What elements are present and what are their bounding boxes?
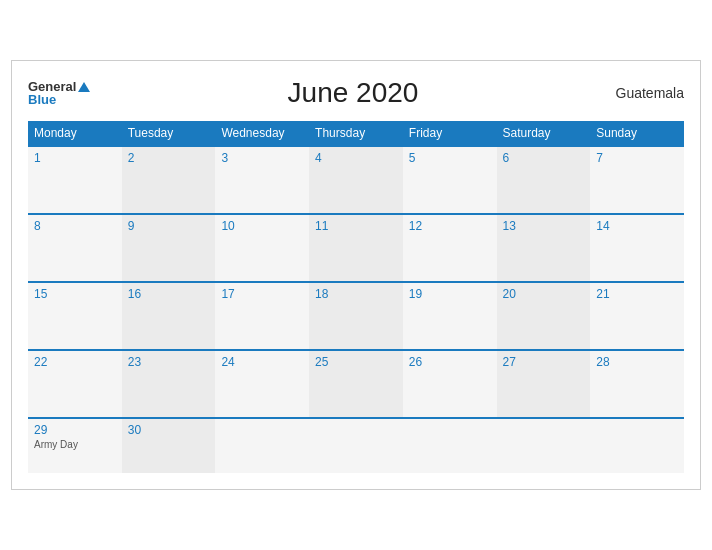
day-number: 20 xyxy=(503,287,585,301)
day-number: 15 xyxy=(34,287,116,301)
calendar-day-cell: 19 xyxy=(403,282,497,350)
calendar-day-cell: 26 xyxy=(403,350,497,418)
day-number: 1 xyxy=(34,151,116,165)
week-row-3: 15161718192021 xyxy=(28,282,684,350)
calendar-day-cell: 22 xyxy=(28,350,122,418)
calendar-day-cell: 29Army Day xyxy=(28,418,122,473)
calendar-day-cell xyxy=(215,418,309,473)
calendar-day-cell: 23 xyxy=(122,350,216,418)
calendar-day-cell xyxy=(309,418,403,473)
calendar-day-cell xyxy=(590,418,684,473)
header-saturday: Saturday xyxy=(497,121,591,146)
header-thursday: Thursday xyxy=(309,121,403,146)
calendar-day-cell: 5 xyxy=(403,146,497,214)
day-number: 19 xyxy=(409,287,491,301)
day-number: 21 xyxy=(596,287,678,301)
calendar-day-cell: 13 xyxy=(497,214,591,282)
day-number: 28 xyxy=(596,355,678,369)
calendar-day-cell: 27 xyxy=(497,350,591,418)
calendar-day-cell xyxy=(403,418,497,473)
calendar-day-cell: 3 xyxy=(215,146,309,214)
day-number: 16 xyxy=(128,287,210,301)
day-number: 8 xyxy=(34,219,116,233)
day-number: 22 xyxy=(34,355,116,369)
logo: General Blue xyxy=(28,80,90,106)
week-row-4: 22232425262728 xyxy=(28,350,684,418)
weekday-header-row: Monday Tuesday Wednesday Thursday Friday… xyxy=(28,121,684,146)
calendar-day-cell: 10 xyxy=(215,214,309,282)
header-monday: Monday xyxy=(28,121,122,146)
day-number: 30 xyxy=(128,423,210,437)
day-number: 2 xyxy=(128,151,210,165)
calendar-day-cell: 28 xyxy=(590,350,684,418)
week-row-2: 891011121314 xyxy=(28,214,684,282)
header-tuesday: Tuesday xyxy=(122,121,216,146)
calendar-grid: Monday Tuesday Wednesday Thursday Friday… xyxy=(28,121,684,473)
week-row-1: 1234567 xyxy=(28,146,684,214)
week-row-5: 29Army Day30 xyxy=(28,418,684,473)
header-wednesday: Wednesday xyxy=(215,121,309,146)
calendar-day-cell: 25 xyxy=(309,350,403,418)
day-number: 6 xyxy=(503,151,585,165)
country-name: Guatemala xyxy=(616,85,684,101)
day-number: 11 xyxy=(315,219,397,233)
day-number: 26 xyxy=(409,355,491,369)
calendar-day-cell xyxy=(497,418,591,473)
calendar-day-cell: 8 xyxy=(28,214,122,282)
calendar-day-cell: 17 xyxy=(215,282,309,350)
day-number: 14 xyxy=(596,219,678,233)
calendar-day-cell: 18 xyxy=(309,282,403,350)
calendar-title: June 2020 xyxy=(288,77,419,109)
day-number: 3 xyxy=(221,151,303,165)
day-number: 25 xyxy=(315,355,397,369)
calendar-day-cell: 6 xyxy=(497,146,591,214)
calendar-day-cell: 14 xyxy=(590,214,684,282)
calendar-day-cell: 4 xyxy=(309,146,403,214)
calendar-day-cell: 20 xyxy=(497,282,591,350)
day-number: 9 xyxy=(128,219,210,233)
day-number: 23 xyxy=(128,355,210,369)
day-number: 5 xyxy=(409,151,491,165)
day-number: 13 xyxy=(503,219,585,233)
calendar-day-cell: 21 xyxy=(590,282,684,350)
calendar-day-cell: 2 xyxy=(122,146,216,214)
holiday-label: Army Day xyxy=(34,439,116,450)
calendar-day-cell: 15 xyxy=(28,282,122,350)
day-number: 7 xyxy=(596,151,678,165)
day-number: 12 xyxy=(409,219,491,233)
calendar-day-cell: 7 xyxy=(590,146,684,214)
calendar-day-cell: 16 xyxy=(122,282,216,350)
logo-blue-text: Blue xyxy=(28,93,56,106)
header-friday: Friday xyxy=(403,121,497,146)
day-number: 24 xyxy=(221,355,303,369)
calendar-day-cell: 11 xyxy=(309,214,403,282)
calendar-day-cell: 24 xyxy=(215,350,309,418)
calendar-container: General Blue June 2020 Guatemala Monday … xyxy=(11,60,701,490)
calendar-day-cell: 9 xyxy=(122,214,216,282)
day-number: 10 xyxy=(221,219,303,233)
day-number: 4 xyxy=(315,151,397,165)
day-number: 27 xyxy=(503,355,585,369)
calendar-day-cell: 12 xyxy=(403,214,497,282)
day-number: 17 xyxy=(221,287,303,301)
logo-triangle-icon xyxy=(78,82,90,92)
day-number: 29 xyxy=(34,423,116,437)
calendar-header: General Blue June 2020 Guatemala xyxy=(28,77,684,109)
calendar-day-cell: 30 xyxy=(122,418,216,473)
calendar-day-cell: 1 xyxy=(28,146,122,214)
header-sunday: Sunday xyxy=(590,121,684,146)
day-number: 18 xyxy=(315,287,397,301)
